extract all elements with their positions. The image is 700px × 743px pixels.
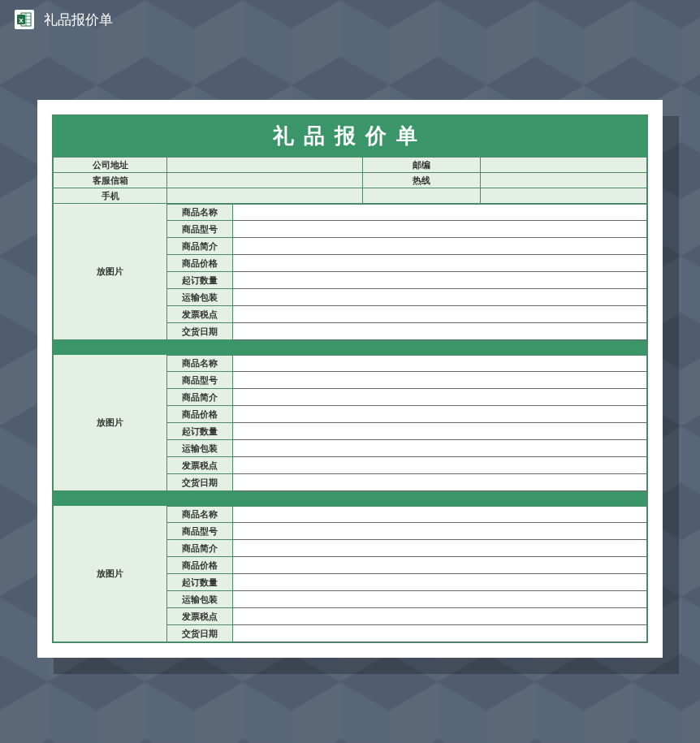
- product-block: 放图片商品名称商品型号商品简介商品价格起订数量运输包装发票税点交货日期: [53, 204, 647, 340]
- product-field-label: 交货日期: [166, 625, 233, 642]
- info-value: [167, 158, 363, 173]
- product-row: 发票税点: [166, 608, 647, 625]
- product-field-value: [233, 506, 647, 523]
- info-row: 手机: [54, 188, 647, 204]
- product-row: 运输包装: [166, 591, 647, 608]
- product-field-label: 发票税点: [166, 608, 233, 625]
- product-field-value: [233, 540, 647, 557]
- product-field-label: 运输包装: [166, 440, 233, 457]
- svg-text:X: X: [19, 17, 24, 24]
- product-row: 商品价格: [166, 406, 647, 423]
- document: 礼品报价单 公司地址 邮编 客服信箱 热线 手机: [37, 100, 663, 658]
- product-field-label: 商品型号: [166, 372, 233, 389]
- product-row: 商品名称: [166, 355, 647, 372]
- product-row: 运输包装: [166, 440, 647, 457]
- product-field-value: [233, 289, 647, 306]
- product-field-value: [233, 474, 647, 491]
- product-field-label: 商品型号: [166, 523, 233, 540]
- product-field-value: [233, 221, 647, 238]
- product-block: 放图片商品名称商品型号商品简介商品价格起订数量运输包装发票税点交货日期: [53, 506, 647, 642]
- section-separator: [53, 340, 647, 355]
- product-row: 发票税点: [166, 457, 647, 474]
- product-rows: 商品名称商品型号商品简介商品价格起订数量运输包装发票税点交货日期: [166, 506, 647, 642]
- product-field-label: 商品简介: [166, 238, 233, 255]
- product-rows: 商品名称商品型号商品简介商品价格起订数量运输包装发票税点交货日期: [166, 204, 647, 340]
- product-field-label: 商品名称: [166, 355, 233, 372]
- info-label: 热线: [363, 173, 481, 188]
- product-field-value: [233, 255, 647, 272]
- info-value: [481, 173, 647, 188]
- product-field-value: [233, 557, 647, 574]
- product-field-label: 商品简介: [166, 540, 233, 557]
- product-row: 商品价格: [166, 255, 647, 272]
- product-field-label: 起订数量: [166, 423, 233, 440]
- info-value: [481, 158, 647, 173]
- product-field-label: 商品价格: [166, 255, 233, 272]
- product-field-label: 起订数量: [166, 574, 233, 591]
- info-value: [481, 188, 647, 204]
- header-title: 礼品报价单: [44, 11, 113, 29]
- product-row: 商品简介: [166, 389, 647, 406]
- info-label: 邮编: [363, 158, 481, 173]
- product-field-value: [233, 355, 647, 372]
- product-field-label: 起订数量: [166, 272, 233, 289]
- product-field-label: 商品型号: [166, 221, 233, 238]
- info-row: 客服信箱 热线: [54, 173, 647, 188]
- product-field-value: [233, 457, 647, 474]
- product-field-value: [233, 204, 647, 221]
- product-field-value: [233, 423, 647, 440]
- info-label: 公司地址: [54, 158, 167, 173]
- product-field-value: [233, 272, 647, 289]
- product-field-value: [233, 608, 647, 625]
- image-placeholder: 放图片: [53, 506, 166, 642]
- product-row: 起订数量: [166, 574, 647, 591]
- product-field-label: 商品价格: [166, 557, 233, 574]
- product-row: 商品价格: [166, 557, 647, 574]
- product-rows: 商品名称商品型号商品简介商品价格起订数量运输包装发票税点交货日期: [166, 355, 647, 491]
- main-title: 礼品报价单: [53, 115, 647, 157]
- product-field-label: 商品名称: [166, 506, 233, 523]
- product-row: 商品型号: [166, 221, 647, 238]
- product-field-label: 商品价格: [166, 406, 233, 423]
- product-field-label: 发票税点: [166, 457, 233, 474]
- product-row: 起订数量: [166, 423, 647, 440]
- document-wrapper: 礼品报价单 公司地址 邮编 客服信箱 热线 手机: [37, 100, 663, 658]
- product-field-label: 交货日期: [166, 474, 233, 491]
- product-row: 发票税点: [166, 306, 647, 323]
- product-field-label: 商品简介: [166, 389, 233, 406]
- image-placeholder: 放图片: [53, 204, 166, 340]
- image-placeholder: 放图片: [53, 355, 166, 491]
- product-field-value: [233, 440, 647, 457]
- product-field-value: [233, 523, 647, 540]
- product-row: 商品型号: [166, 523, 647, 540]
- product-row: 交货日期: [166, 474, 647, 491]
- product-field-value: [233, 238, 647, 255]
- section-separator: [53, 491, 647, 506]
- excel-icon: X: [15, 10, 34, 29]
- product-field-value: [233, 323, 647, 340]
- product-row: 交货日期: [166, 323, 647, 340]
- product-field-value: [233, 625, 647, 642]
- product-row: 商品简介: [166, 238, 647, 255]
- product-field-label: 运输包装: [166, 591, 233, 608]
- product-field-label: 发票税点: [166, 306, 233, 323]
- company-info-table: 公司地址 邮编 客服信箱 热线 手机: [53, 157, 647, 204]
- info-row: 公司地址 邮编: [54, 158, 647, 173]
- product-row: 商品名称: [166, 204, 647, 221]
- product-row: 交货日期: [166, 625, 647, 642]
- product-row: 商品名称: [166, 506, 647, 523]
- info-label: 手机: [54, 188, 167, 204]
- product-row: 商品简介: [166, 540, 647, 557]
- product-row: 起订数量: [166, 272, 647, 289]
- product-row: 商品型号: [166, 372, 647, 389]
- info-value: [167, 173, 363, 188]
- info-label: 客服信箱: [54, 173, 167, 188]
- product-field-label: 交货日期: [166, 323, 233, 340]
- product-field-label: 运输包装: [166, 289, 233, 306]
- product-field-value: [233, 574, 647, 591]
- spreadsheet: 礼品报价单 公司地址 邮编 客服信箱 热线 手机: [52, 114, 648, 643]
- info-label: [363, 188, 481, 204]
- product-field-value: [233, 406, 647, 423]
- product-field-value: [233, 591, 647, 608]
- product-field-value: [233, 306, 647, 323]
